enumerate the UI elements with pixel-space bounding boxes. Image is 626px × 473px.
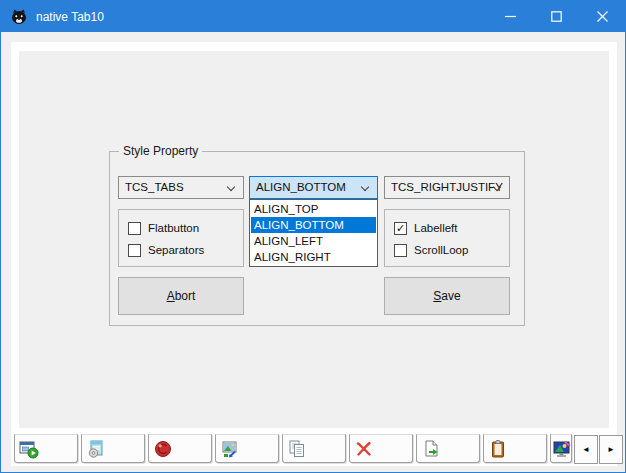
maximize-button[interactable] <box>533 1 579 32</box>
app-window: native Tab10 Style Property <box>0 0 626 473</box>
checkbox-box[interactable] <box>128 222 141 235</box>
tab-display-properties[interactable] <box>550 434 572 463</box>
chevron-down-icon <box>228 184 236 192</box>
checkbox-separators[interactable]: Separators <box>128 243 204 257</box>
checkbox-label: Flatbutton <box>148 222 199 234</box>
dropdown-option-align-left[interactable]: ALIGN_LEFT <box>251 233 376 249</box>
save-rest: ave <box>441 289 460 303</box>
checkbox-box-checked[interactable]: ✓ <box>394 222 407 235</box>
checkbox-box[interactable] <box>128 244 141 257</box>
combo-tcs-tabs-value: TCS_TABS <box>125 181 184 193</box>
save-button[interactable]: Save <box>384 277 510 315</box>
tab-picture[interactable] <box>215 434 279 463</box>
tab-setup[interactable] <box>81 434 145 463</box>
copy-icon <box>287 439 307 459</box>
checkbox-scrollloop[interactable]: ScrollLoop <box>394 243 468 257</box>
chevron-down-icon <box>494 184 502 192</box>
align-dropdown-list: ALIGN_TOP ALIGN_BOTTOM ALIGN_LEFT ALIGN_… <box>249 199 378 267</box>
dropdown-option-align-top[interactable]: ALIGN_TOP <box>251 201 376 217</box>
combo-justify[interactable]: TCS_RIGHTJUSTIFY <box>384 176 510 199</box>
minimize-icon <box>505 11 516 22</box>
checkbox-label: ScrollLoop <box>414 244 468 256</box>
display-properties-icon <box>552 439 572 459</box>
arrow-right-icon: ► <box>607 445 615 454</box>
arrow-left-icon: ◄ <box>582 445 590 454</box>
abort-button[interactable]: Abort <box>118 277 244 315</box>
app-panther-icon <box>10 8 28 25</box>
titlebar: native Tab10 <box>1 1 625 32</box>
tab-clipboard[interactable] <box>483 434 547 463</box>
minimize-button[interactable] <box>487 1 533 32</box>
clipboard-icon <box>488 439 508 459</box>
close-icon <box>597 11 608 22</box>
run-form-icon <box>19 439 39 459</box>
combo-tcs-tabs[interactable]: TCS_TABS <box>118 176 244 199</box>
dropdown-option-align-right[interactable]: ALIGN_RIGHT <box>251 249 376 265</box>
checkbox-labelleft[interactable]: ✓ Labelleft <box>394 221 457 235</box>
combo-align-value: ALIGN_BOTTOM <box>256 181 346 193</box>
export-doc-icon <box>421 439 441 459</box>
red-disc-icon <box>153 439 173 459</box>
tab-delete[interactable] <box>349 434 413 463</box>
close-button[interactable] <box>579 1 625 32</box>
dropdown-option-align-bottom[interactable]: ALIGN_BOTTOM <box>251 217 376 233</box>
checkbox-label: Separators <box>148 244 204 256</box>
delete-icon <box>354 439 374 459</box>
checkbox-flatbutton[interactable]: Flatbutton <box>128 221 199 235</box>
group-legend: Style Property <box>119 144 202 158</box>
picture-arrow-icon <box>220 439 240 459</box>
maximize-icon <box>551 11 562 22</box>
abort-accel: A <box>167 289 175 303</box>
check-icon: ✓ <box>396 223 405 234</box>
checkbox-frame-right <box>384 209 510 267</box>
tab-run-form[interactable] <box>14 434 78 463</box>
tab-red-disc[interactable] <box>148 434 212 463</box>
tab-scroll-right-button[interactable]: ► <box>599 435 623 464</box>
setup-disk-icon <box>86 439 106 459</box>
checkbox-frame-left <box>118 209 244 267</box>
checkbox-box[interactable] <box>394 244 407 257</box>
tab-export-doc[interactable] <box>416 434 480 463</box>
tab-scroll-left-button[interactable]: ◄ <box>574 435 598 464</box>
abort-rest: bort <box>175 289 196 303</box>
combo-align[interactable]: ALIGN_BOTTOM <box>249 176 378 199</box>
chevron-down-icon <box>362 184 370 192</box>
combo-justify-value: TCS_RIGHTJUSTIFY <box>391 181 503 193</box>
checkbox-label: Labelleft <box>414 222 457 234</box>
tab-copy[interactable] <box>282 434 346 463</box>
window-title: native Tab10 <box>36 10 104 24</box>
